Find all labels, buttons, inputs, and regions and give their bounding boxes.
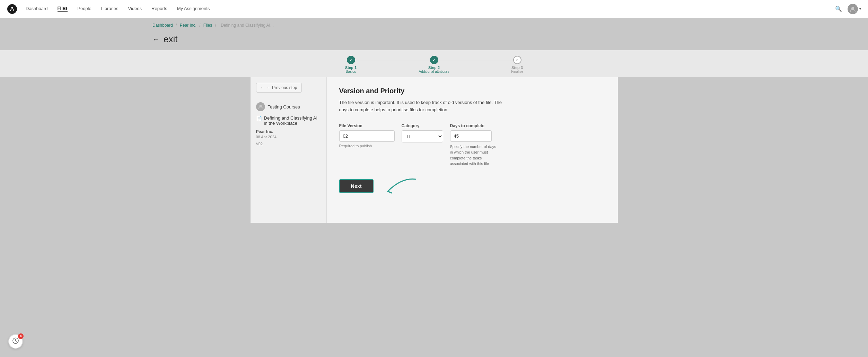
arrow-annotation	[381, 176, 422, 198]
stepper: ✓ Step 1 Basics ✓ Step 2 Additional attr…	[309, 50, 559, 77]
days-input[interactable]	[450, 130, 492, 142]
arrow-left-icon: ←	[261, 85, 265, 90]
svg-point-1	[11, 7, 13, 8]
previous-step-button[interactable]: ← ← Previous step	[256, 83, 302, 93]
notification-badge[interactable]: 9	[8, 334, 23, 349]
step-1: ✓ Step 1 Basics	[309, 56, 393, 73]
step-2: ✓ Step 2 Additional attributes	[393, 56, 476, 73]
nav-reports[interactable]: Reports	[151, 6, 167, 12]
next-button[interactable]: Next	[339, 179, 374, 193]
nav-links: Dashboard Files People Libraries Videos …	[26, 6, 835, 12]
nav-files[interactable]: Files	[58, 6, 68, 12]
search-icon[interactable]: 🔍	[835, 6, 842, 12]
step-1-sublabel: Basics	[346, 70, 356, 73]
step-2-label: Step 2	[428, 66, 440, 70]
notification-count: 9	[18, 333, 24, 339]
navbar: Dashboard Files People Libraries Videos …	[0, 0, 868, 18]
days-hint: Specify the number of days in which the …	[450, 144, 499, 167]
left-sidebar: ← ← Previous step Testing Courses 📄 Defi	[251, 77, 327, 223]
app-logo[interactable]	[7, 4, 17, 14]
step-3-label: Step 3	[511, 66, 523, 70]
section-description: The file version is important. It is use…	[339, 99, 506, 114]
user-avatar-menu[interactable]: ▾	[848, 4, 861, 14]
back-button[interactable]: ←	[152, 35, 159, 43]
breadcrumb: Dashboard / Pear Inc. / Files / Defining…	[0, 18, 868, 33]
nav-libraries[interactable]: Libraries	[101, 6, 119, 12]
document-icon: 📄	[256, 116, 262, 121]
nav-videos[interactable]: Videos	[128, 6, 142, 12]
file-version-tag: V02	[256, 142, 321, 146]
file-org: Pear Inc.	[256, 129, 321, 134]
file-date: 08 Apr 2024	[256, 135, 321, 139]
file-name-text: Defining and Classifying AI in the Workp…	[264, 115, 321, 126]
page-title: exit	[164, 34, 177, 45]
content-area: ← ← Previous step Testing Courses 📄 Defi	[244, 77, 625, 223]
navbar-right: 🔍 ▾	[835, 4, 861, 14]
category-field: Category IT HR Finance Operations Sales	[402, 123, 443, 167]
section-title: Version and Priority	[339, 87, 605, 95]
breadcrumb-dashboard[interactable]: Dashboard	[152, 23, 173, 28]
file-name: 📄 Defining and Classifying AI in the Wor…	[256, 115, 321, 126]
breadcrumb-org[interactable]: Pear Inc.	[180, 23, 196, 28]
category-label: Category	[402, 123, 443, 128]
breadcrumb-current: Defining and Classifying AI...	[221, 23, 274, 28]
owner-name: Testing Courses	[268, 104, 300, 110]
prev-step-label: ← Previous step	[267, 85, 297, 90]
owner-avatar	[256, 102, 265, 111]
file-version-hint: Required to publish	[339, 144, 395, 148]
category-select[interactable]: IT HR Finance Operations Sales	[402, 130, 443, 142]
right-panel: Version and Priority The file version is…	[327, 77, 618, 223]
step-3: ○ Step 3 Finalise	[476, 56, 559, 73]
nav-people[interactable]: People	[77, 6, 91, 12]
page-header: ← exit	[0, 33, 868, 50]
avatar	[848, 4, 858, 14]
file-owner: Testing Courses	[256, 102, 321, 111]
form-fields-row: File Version Required to publish Categor…	[339, 123, 605, 167]
step-2-sublabel: Additional attributes	[419, 70, 449, 73]
file-version-field: File Version Required to publish	[339, 123, 395, 167]
step-1-label: Step 1	[345, 66, 357, 70]
nav-my-assignments[interactable]: My Assignments	[177, 6, 210, 12]
step-2-circle: ✓	[430, 56, 438, 64]
nav-dashboard[interactable]: Dashboard	[26, 6, 48, 12]
step-1-circle: ✓	[347, 56, 355, 64]
step-3-sublabel: Finalise	[511, 70, 523, 73]
avatar-chevron-icon: ▾	[859, 7, 861, 11]
file-version-input[interactable]	[339, 130, 395, 142]
file-version-label: File Version	[339, 123, 395, 128]
notification-icon	[12, 337, 19, 346]
file-meta: Testing Courses 📄 Defining and Classifyi…	[256, 102, 321, 146]
breadcrumb-files[interactable]: Files	[203, 23, 212, 28]
step-3-circle: ○	[513, 56, 521, 64]
stepper-wrapper: ✓ Step 1 Basics ✓ Step 2 Additional attr…	[0, 50, 868, 77]
days-to-complete-field: Days to complete Specify the number of d…	[450, 123, 499, 167]
next-button-area: Next	[339, 179, 605, 193]
days-label: Days to complete	[450, 123, 499, 128]
